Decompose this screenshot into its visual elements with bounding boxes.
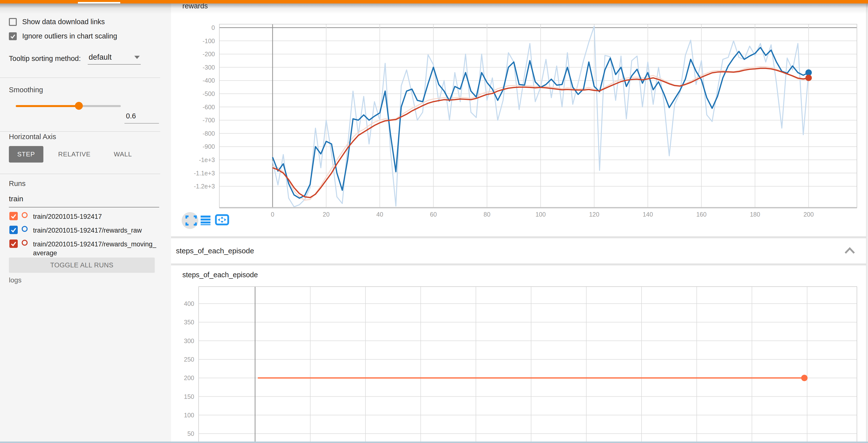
svg-text:60: 60 <box>430 211 437 218</box>
svg-text:100: 100 <box>184 412 194 419</box>
checkbox-label: Ignore outliers in chart scaling <box>22 32 117 40</box>
svg-text:160: 160 <box>696 211 707 218</box>
steps-chart[interactable]: 40035030025020015010050 <box>171 265 868 443</box>
runs-label: Runs <box>9 180 26 188</box>
svg-text:120: 120 <box>589 211 599 218</box>
show-download-links-checkbox[interactable] <box>9 18 17 26</box>
section-header-steps[interactable]: steps_of_each_episode <box>171 238 868 263</box>
run-checkbox[interactable] <box>9 226 18 234</box>
svg-text:180: 180 <box>750 211 760 218</box>
chevron-down-icon <box>134 56 140 59</box>
app-header-bar <box>0 0 868 3</box>
svg-text:400: 400 <box>184 300 194 307</box>
tooltip-sorting-value: default <box>89 53 112 61</box>
run-color-circle <box>22 212 28 218</box>
tensorboard-app: rewards 0-100-200-300-400-500-600-700-80… <box>0 0 868 443</box>
svg-text:-900: -900 <box>203 143 215 150</box>
chart-toolbar <box>181 211 245 231</box>
tooltip-sorting-row: Tooltip sorting method: default <box>9 52 141 65</box>
logs-label: logs <box>9 276 22 284</box>
svg-text:-500: -500 <box>203 90 215 97</box>
svg-text:20: 20 <box>323 211 330 218</box>
run-row[interactable]: train/20201015-192417/rewards_moving_ave… <box>9 239 157 258</box>
svg-text:40: 40 <box>376 211 383 218</box>
collapse-chevron-icon[interactable] <box>844 247 855 254</box>
run-color-circle <box>22 226 28 232</box>
svg-text:140: 140 <box>643 211 653 218</box>
run-checkbox[interactable] <box>9 212 18 220</box>
toggle-all-runs-button[interactable]: TOGGLE ALL RUNS <box>9 258 155 273</box>
ignore-outliers-row[interactable]: Ignore outliers in chart scaling <box>9 32 117 40</box>
sidebar: Show data download links Ignore outliers… <box>0 3 171 442</box>
svg-text:-1e+3: -1e+3 <box>199 156 215 163</box>
slider-thumb[interactable] <box>75 102 83 110</box>
axis-relative-button[interactable]: RELATIVE <box>50 146 99 163</box>
run-row[interactable]: train/20201015-192417/rewards_raw <box>9 226 157 235</box>
smoothing-value[interactable]: 0.6 <box>124 112 159 124</box>
show-download-links-row[interactable]: Show data download links <box>9 18 105 26</box>
rewards-chart[interactable]: 0-100-200-300-400-500-600-700-800-900-1e… <box>171 0 868 237</box>
svg-text:200: 200 <box>184 375 194 381</box>
svg-text:250: 250 <box>184 356 194 363</box>
section-header-label: steps_of_each_episode <box>176 247 254 255</box>
axis-step-button[interactable]: STEP <box>9 146 43 163</box>
scrollbar-track[interactable] <box>866 3 868 442</box>
smoothing-slider[interactable] <box>16 105 121 107</box>
active-tab-indicator <box>78 2 120 3</box>
svg-text:200: 200 <box>803 211 814 218</box>
svg-text:-100: -100 <box>203 37 215 45</box>
run-filter-input[interactable]: train <box>9 195 159 207</box>
run-label: train/20201015-192417 <box>33 212 157 221</box>
run-label: train/20201015-192417/rewards_moving_ave… <box>33 240 157 258</box>
window-bottom-edge <box>0 442 868 443</box>
lines-icon[interactable] <box>200 215 211 225</box>
divider <box>0 78 160 78</box>
expand-icon[interactable] <box>182 212 198 229</box>
svg-text:50: 50 <box>187 430 194 437</box>
tooltip-sorting-label: Tooltip sorting method: <box>9 55 81 63</box>
svg-text:350: 350 <box>184 319 194 326</box>
section-divider <box>171 263 868 265</box>
svg-text:150: 150 <box>184 393 194 400</box>
svg-text:-300: -300 <box>203 64 215 71</box>
run-label: train/20201015-192417/rewards_raw <box>33 226 157 235</box>
divider <box>0 174 160 174</box>
run-color-circle <box>22 240 28 246</box>
slider-fill <box>16 105 79 107</box>
horizontal-axis-label: Horizontal Axis <box>9 133 56 141</box>
svg-text:0: 0 <box>271 211 274 218</box>
axis-wall-button[interactable]: WALL <box>105 146 141 163</box>
divider <box>0 131 160 132</box>
svg-text:-400: -400 <box>203 77 215 84</box>
svg-text:-600: -600 <box>203 104 215 111</box>
fit-domain-icon[interactable] <box>216 215 228 225</box>
svg-text:100: 100 <box>535 211 546 218</box>
chart-title-steps: steps_of_each_episode <box>182 271 258 279</box>
svg-text:-1.2e+3: -1.2e+3 <box>194 183 215 190</box>
svg-text:300: 300 <box>184 337 194 344</box>
smoothing-label: Smoothing <box>9 86 43 94</box>
svg-text:-200: -200 <box>203 51 215 57</box>
checkbox-label: Show data download links <box>22 18 105 26</box>
ignore-outliers-checkbox[interactable] <box>9 32 17 40</box>
svg-text:-700: -700 <box>203 117 215 124</box>
svg-text:80: 80 <box>484 211 490 218</box>
svg-text:-1.1e+3: -1.1e+3 <box>194 170 215 177</box>
run-row[interactable]: train/20201015-192417 <box>9 212 157 221</box>
tooltip-sorting-select[interactable]: default <box>88 52 141 65</box>
run-checkbox[interactable] <box>9 239 18 248</box>
svg-text:-800: -800 <box>203 130 215 137</box>
svg-text:0: 0 <box>212 24 215 31</box>
horizontal-axis-buttons: STEP RELATIVE WALL <box>9 146 141 163</box>
